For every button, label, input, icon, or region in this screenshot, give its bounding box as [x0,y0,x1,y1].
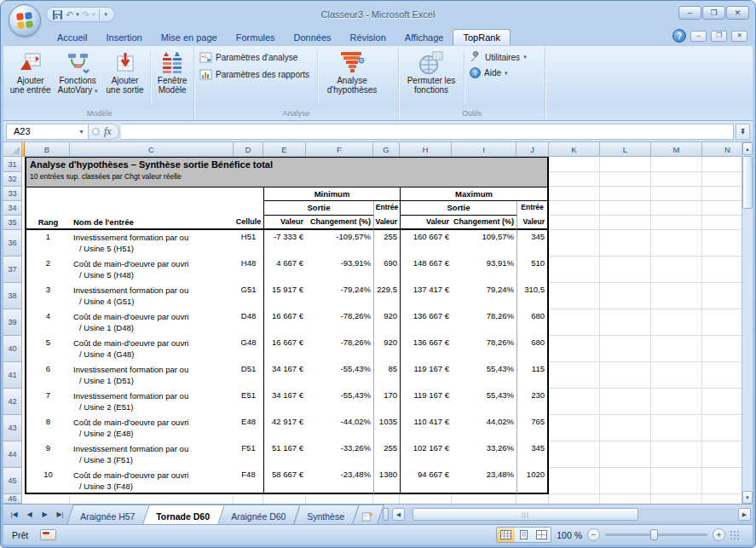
nom-cell[interactable]: Coût de main-d'oeuvre par ouvri/ Usine 3… [70,468,234,494]
max-valeur-cell[interactable]: 119 167 € [400,389,452,415]
min-changement-cell[interactable]: -55,43% [306,362,373,389]
max-entree-cell[interactable]: 310,5 [517,283,549,309]
tab-revision[interactable]: Révision [341,30,395,45]
entree-header[interactable]: Entrée [517,201,549,216]
tab-mise-en-page[interactable]: Mise en page [152,30,227,45]
rang-cell[interactable]: 4 [25,309,70,336]
empty-cell[interactable] [651,441,702,468]
empty-cell[interactable] [600,309,651,336]
zoom-in-icon[interactable]: + [713,528,725,541]
cellule-cell[interactable]: D48 [234,309,263,336]
maximum-header[interactable]: Maximum [400,187,549,201]
empty-cell[interactable] [600,441,651,468]
max-entree-cell[interactable]: 680 [517,336,549,362]
empty-cell[interactable] [600,362,651,389]
prev-sheet-icon[interactable]: ◀ [22,507,37,522]
valeur-header[interactable]: Valeur [517,216,549,230]
zoom-out-icon[interactable]: − [587,528,600,541]
empty-cell[interactable] [549,415,600,441]
max-entree-cell[interactable]: 345 [517,441,549,468]
normal-view-button[interactable] [497,528,515,542]
max-valeur-cell[interactable]: 119 167 € [400,362,452,389]
row-header-39[interactable]: 39 [3,309,22,336]
max-changement-cell[interactable]: 93,91% [452,257,517,283]
fx-icon[interactable]: fx [104,125,112,138]
page-layout-view-button[interactable] [515,528,533,542]
next-sheet-icon[interactable]: ▶ [38,507,52,522]
empty-cell[interactable] [549,309,600,336]
empty-cell[interactable] [549,172,600,187]
min-valeur-cell[interactable]: 34 167 € [263,362,306,389]
tab-affichage[interactable]: Affichage [395,30,453,45]
add-output-button[interactable]: Ajouter une sortie [101,48,148,107]
help-icon[interactable]: ? [672,29,686,43]
empty-cell[interactable] [651,494,702,504]
empty-cell[interactable] [600,415,651,441]
empty-cell[interactable] [549,389,600,415]
insert-function-area[interactable]: fx [89,124,119,140]
max-valeur-cell[interactable]: 102 167 € [400,441,452,468]
row-header-46[interactable]: 46 [3,494,22,504]
min-entree-cell[interactable]: 229,5 [373,283,400,309]
max-entree-cell[interactable]: 765 [517,415,549,441]
max-changement-cell[interactable]: 79,24% [452,283,517,309]
min-changement-cell[interactable]: -109,57% [306,230,373,257]
empty-cell[interactable] [600,187,651,201]
valeur-header[interactable]: Valeur [400,216,452,230]
empty-cell[interactable] [651,283,702,309]
add-input-button[interactable]: Ajouter une entrée [7,48,54,107]
changement-header[interactable]: Changement (%) [306,216,373,230]
sheet-tab-araign-e-h57[interactable]: Araignée H57 [66,505,150,524]
rang-cell[interactable]: 5 [25,336,70,362]
min-valeur-cell[interactable]: 42 917 € [263,415,306,441]
column-header-J[interactable]: J [517,142,549,157]
valeur-header[interactable]: Valeur [263,216,306,230]
row-header-42[interactable]: 42 [3,389,22,415]
nom-cell[interactable]: Coût de main-d'oeuvre par ouvri/ Usine 2… [70,415,234,441]
empty-cell[interactable] [549,216,600,230]
empty-cell[interactable] [651,309,702,336]
horizontal-scroll-track[interactable]: ||| [406,508,737,521]
name-box[interactable]: A23 ▼ [6,124,89,140]
scroll-right-icon[interactable]: ▶ [738,508,751,521]
cellule-cell[interactable]: E48 [234,415,263,441]
close-button[interactable]: ✕ [726,6,749,20]
insert-worksheet-tab[interactable] [352,505,384,524]
empty-cell[interactable] [651,257,702,283]
max-valeur-cell[interactable]: 136 667 € [400,336,452,362]
empty-cell[interactable] [600,468,651,494]
office-button[interactable] [9,4,41,37]
report-subtitle[interactable]: 10 entrées sup. classées par Chgt valeur… [25,172,549,187]
min-entree-cell[interactable]: 1380 [373,468,400,494]
empty-cell[interactable] [651,157,702,172]
empty-cell[interactable] [600,257,651,283]
min-changement-cell[interactable]: -78,26% [306,309,373,336]
empty-cell[interactable] [400,494,452,504]
max-changement-cell[interactable]: 33,26% [452,441,517,468]
nom-cell[interactable]: Coût de main-d'oeuvre par ouvri/ Usine 1… [70,309,234,336]
formula-bar-expand-icon[interactable]: ▾▾ [736,124,750,140]
column-header-F[interactable]: F [306,142,373,157]
empty-cell[interactable] [549,187,600,201]
empty-cell[interactable] [651,415,702,441]
min-changement-cell[interactable]: -44,02% [306,415,373,441]
tab-toprank[interactable]: TopRank [453,29,510,45]
column-header-K[interactable]: K [549,142,600,157]
empty-cell[interactable] [25,494,70,504]
minimum-header[interactable]: Minimum [263,187,400,201]
rang-cell[interactable]: 3 [25,283,70,309]
column-header-I[interactable]: I [452,142,517,157]
nom-cell[interactable]: Investissement formation par ou/ Usine 2… [70,389,234,415]
empty-header-cell[interactable] [25,187,263,201]
nom-cell[interactable]: Investissement formation par ou/ Usine 5… [70,230,234,257]
max-valeur-cell[interactable]: 160 667 € [400,230,452,257]
rang-cell[interactable]: 1 [25,230,70,257]
restore-button[interactable]: ❐ [702,6,725,20]
min-changement-cell[interactable]: -55,43% [306,389,373,415]
row-header-38[interactable]: 38 [3,283,22,309]
max-changement-cell[interactable]: 78,26% [452,336,517,362]
formula-input[interactable] [121,124,734,140]
empty-cell[interactable] [651,172,702,187]
empty-cell[interactable] [549,494,600,504]
min-changement-cell[interactable]: -93,91% [306,257,373,283]
